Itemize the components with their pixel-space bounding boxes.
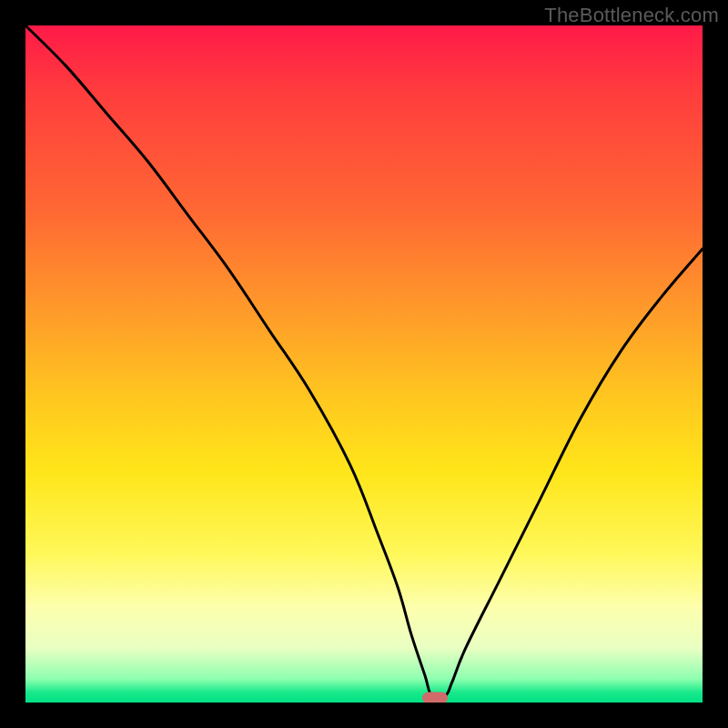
plot-area [25, 25, 703, 703]
bottleneck-curve [25, 25, 703, 703]
chart-frame: TheBottleneck.com [0, 0, 728, 728]
watermark-text: TheBottleneck.com [544, 4, 719, 27]
optimum-marker [422, 692, 448, 703]
